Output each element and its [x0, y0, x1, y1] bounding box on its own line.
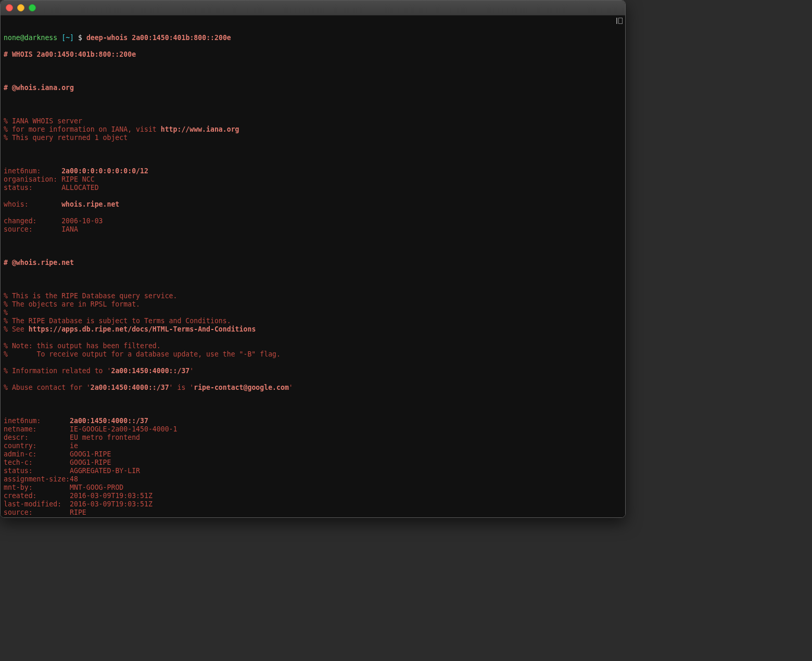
output-line: % This query returned 1 object — [4, 134, 622, 142]
output-line: % Abuse contact for '2a00:1450:4000::/37… — [4, 384, 622, 392]
output-line — [4, 375, 622, 384]
fullscreen-icon[interactable] — [29, 4, 36, 11]
output-line: % To receive output for a database updat… — [4, 350, 622, 359]
traffic-lights — [6, 4, 36, 11]
output-line — [4, 334, 622, 342]
terminal-window: none@darkness [~] $ deep-whois 2a00:1450… — [0, 0, 626, 518]
command-text: deep-whois 2a00:1450:401b:800::200e — [86, 34, 231, 42]
prompt-symbol: $ — [78, 34, 82, 42]
output-line: % Information related to '2a00:1450:4000… — [4, 367, 622, 375]
output-line: netname: IE-GOOGLE-2a00-1450-4000-1 — [4, 425, 622, 434]
output-line: changed: 2006-10-03 — [4, 217, 622, 225]
output-line: mnt-by: MNT-GOOG-PROD — [4, 484, 622, 492]
output-line: inet6num: 2a00:0:0:0:0:0:0:0/12 — [4, 167, 622, 175]
output-line: tech-c: GOOG1-RIPE — [4, 459, 622, 467]
output-line: % The RIPE Database is subject to Terms … — [4, 317, 622, 325]
output-line: source: IANA — [4, 225, 622, 234]
blank-line — [4, 67, 622, 75]
output-line: % The objects are in RPSL format. — [4, 300, 622, 309]
minimize-icon[interactable] — [17, 4, 24, 11]
output-line: source: RIPE — [4, 509, 622, 517]
iana-kv-block: inet6num: 2a00:0:0:0:0:0:0:0/12organisat… — [4, 167, 622, 234]
output-line: created: 2016-03-09T19:03:51Z — [4, 492, 622, 500]
terminal-viewport[interactable]: none@darkness [~] $ deep-whois 2a00:1450… — [1, 16, 625, 517]
output-line: status: AGGREGATED-BY-LIR — [4, 467, 622, 475]
output-header: # WHOIS 2a00:1450:401b:800::200e — [4, 50, 622, 59]
output-line: % See https://apps.db.ripe.net/docs/HTML… — [4, 325, 622, 334]
output-line: % This is the RIPE Database query servic… — [4, 292, 622, 300]
output-line — [4, 209, 622, 217]
section-iana: # @whois.iana.org — [4, 84, 622, 92]
output-line: organisation: RIPE NCC — [4, 175, 622, 184]
scroll-indicator-icon — [616, 17, 623, 24]
output-line: whois: whois.ripe.net — [4, 200, 622, 209]
section-ripe: # @whois.ripe.net — [4, 259, 622, 267]
output-line: assignment-size:48 — [4, 475, 622, 484]
output-line: inet6num: 2a00:1450:4000::/37 — [4, 417, 622, 425]
iana-comment-block: % IANA WHOIS server% for more informatio… — [4, 117, 622, 142]
blank-line — [4, 275, 622, 284]
output-line: last-modified: 2016-03-09T19:03:51Z — [4, 500, 622, 509]
output-line: % — [4, 309, 622, 317]
output-line: status: ALLOCATED — [4, 184, 622, 192]
output-line: descr: EU metro frontend — [4, 434, 622, 442]
output-line: % IANA WHOIS server — [4, 117, 622, 125]
output-line: % Note: this output has been filtered. — [4, 342, 622, 350]
output-line — [4, 359, 622, 367]
titlebar — [1, 1, 625, 16]
blank-line — [4, 100, 622, 109]
output-line: country: ie — [4, 442, 622, 450]
prompt-line: none@darkness [~] $ deep-whois 2a00:1450… — [4, 34, 622, 42]
ripe-intro-block: % This is the RIPE Database query servic… — [4, 292, 622, 392]
prompt-user-host: none@darkness — [4, 34, 57, 42]
ripe-kv-block-1: inet6num: 2a00:1450:4000::/37netname: IE… — [4, 417, 622, 517]
output-line — [4, 192, 622, 200]
output-line: admin-c: GOOG1-RIPE — [4, 450, 622, 459]
close-icon[interactable] — [6, 4, 13, 11]
blank-line — [4, 242, 622, 250]
blank-line — [4, 400, 622, 409]
blank-line — [4, 150, 622, 159]
prompt-path: [~] — [61, 34, 74, 42]
output-line: % for more information on IANA, visit ht… — [4, 125, 622, 134]
